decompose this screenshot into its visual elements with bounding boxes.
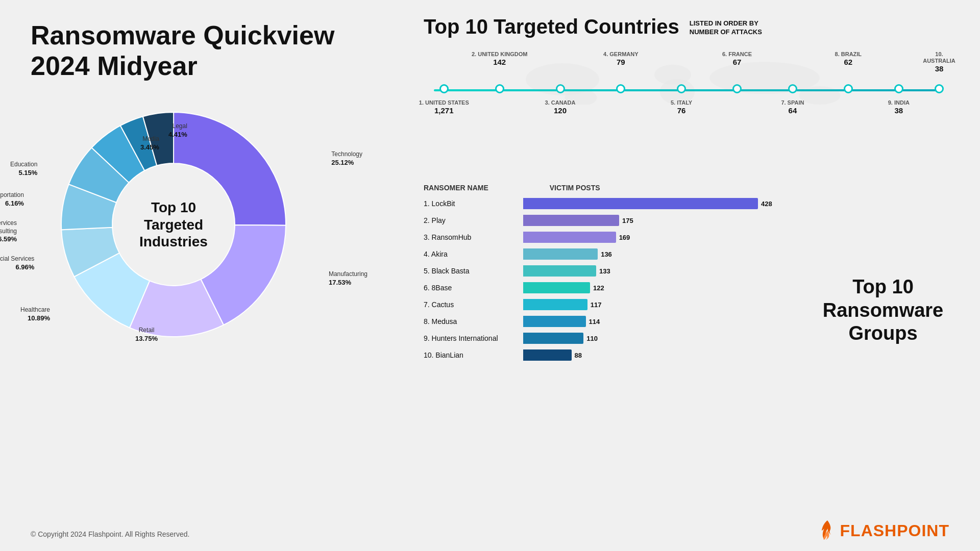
bar-track: 133 bbox=[523, 265, 758, 277]
bar-track: 114 bbox=[523, 316, 758, 327]
industry-label: Retail13.75% bbox=[135, 327, 158, 343]
bar-row: 8. Medusa114 bbox=[424, 315, 781, 328]
bar-row: 5. Black Basta133 bbox=[424, 264, 781, 278]
industry-label: Education5.15% bbox=[10, 161, 37, 177]
footer-copyright: © Copyright 2024 Flashpoint. All Rights … bbox=[31, 530, 189, 538]
bar-name: 4. Akira bbox=[424, 250, 523, 258]
industry-label: Media3.45% bbox=[140, 135, 159, 152]
bar-value: 114 bbox=[589, 318, 600, 325]
bar-fill bbox=[523, 316, 586, 327]
bar-track: 175 bbox=[523, 215, 758, 226]
industry-label: Technology25.12% bbox=[331, 151, 362, 167]
bar-track: 169 bbox=[523, 232, 758, 243]
bar-name: 10. BianLian bbox=[424, 351, 523, 359]
bar-row: 1. LockBit428 bbox=[424, 197, 781, 210]
countries-subtitle: LISTED IN ORDER BYNUMBER OF ATTACKS bbox=[690, 19, 762, 37]
donut-chart: Top 10TargetedIndustries Technology25.12… bbox=[51, 102, 296, 347]
bar-track: 117 bbox=[523, 299, 758, 310]
bar-value: 136 bbox=[601, 251, 612, 258]
bar-value: 117 bbox=[591, 301, 602, 309]
bar-row: 3. RansomHub169 bbox=[424, 231, 781, 244]
bar-value: 169 bbox=[619, 234, 630, 241]
bar-name: 1. LockBit bbox=[424, 199, 523, 208]
bar-fill bbox=[523, 299, 587, 310]
bar-value: 122 bbox=[593, 284, 604, 292]
col-header-name: RANSOMER NAME bbox=[424, 184, 488, 192]
bar-track: 428 bbox=[523, 198, 758, 209]
bar-name: 2. Play bbox=[424, 216, 523, 224]
industry-label: Manufacturing17.53% bbox=[329, 270, 368, 287]
bar-track: 110 bbox=[523, 333, 758, 344]
bar-section: RANSOMER NAME VICTIM POSTS 1. LockBit428… bbox=[424, 184, 781, 365]
bar-fill bbox=[523, 282, 590, 293]
countries-header: Top 10 Targeted Countries LISTED IN ORDE… bbox=[424, 15, 949, 38]
donut-section: Top 10TargetedIndustries Technology25.12… bbox=[15, 102, 332, 347]
main-title: Ransomware Quickview 2024 Midyear bbox=[31, 20, 334, 82]
bar-name: 3. RansomHub bbox=[424, 233, 523, 241]
industry-label: Financial Services6.96% bbox=[0, 255, 34, 271]
svg-point-4 bbox=[709, 62, 820, 94]
bar-track: 136 bbox=[523, 248, 758, 260]
industry-label: Healthcare10.89% bbox=[20, 306, 50, 322]
bar-rows: 1. LockBit4282. Play1753. RansomHub1694.… bbox=[424, 197, 781, 362]
col-header-posts: VICTIM POSTS bbox=[550, 184, 600, 192]
donut-center-text: Top 10TargetedIndustries bbox=[133, 199, 214, 251]
countries-section: Top 10 Targeted Countries LISTED IN ORDE… bbox=[424, 15, 949, 130]
industry-label: Legal4.41% bbox=[168, 122, 187, 139]
svg-point-5 bbox=[799, 86, 841, 105]
bar-row: 4. Akira136 bbox=[424, 247, 781, 261]
svg-point-3 bbox=[660, 79, 695, 105]
industry-label: Transportation6.16% bbox=[0, 191, 24, 208]
industry-label: Business Services& Consulting6.59% bbox=[0, 219, 17, 244]
bar-row: 9. Hunters International110 bbox=[424, 332, 781, 345]
bar-value: 428 bbox=[761, 200, 772, 208]
bar-value: 175 bbox=[622, 217, 633, 224]
bar-fill bbox=[523, 215, 619, 226]
flame-icon bbox=[820, 520, 835, 541]
bar-chart-header: RANSOMER NAME VICTIM POSTS bbox=[424, 184, 781, 192]
bar-fill bbox=[523, 349, 572, 361]
bar-fill bbox=[523, 265, 596, 277]
bar-value: 110 bbox=[586, 335, 598, 342]
bar-track: 88 bbox=[523, 349, 758, 361]
bar-name: 5. Black Basta bbox=[424, 267, 523, 275]
bar-fill bbox=[523, 333, 583, 344]
bar-fill bbox=[523, 198, 758, 209]
bar-name: 7. Cactus bbox=[424, 300, 523, 309]
countries-title: Top 10 Targeted Countries bbox=[424, 15, 679, 38]
bar-row: 2. Play175 bbox=[424, 214, 781, 227]
bar-row: 6. 8Base122 bbox=[424, 281, 781, 294]
ransomware-groups-title: Top 10RansomwareGroups bbox=[817, 276, 949, 345]
bar-name: 8. Medusa bbox=[424, 317, 523, 325]
bar-name: 9. Hunters International bbox=[424, 334, 523, 342]
bar-row: 7. Cactus117 bbox=[424, 298, 781, 311]
bar-value: 133 bbox=[599, 267, 610, 275]
bar-row: 10. BianLian88 bbox=[424, 348, 781, 362]
bar-track: 122 bbox=[523, 282, 758, 293]
world-map bbox=[424, 59, 949, 105]
bar-name: 6. 8Base bbox=[424, 284, 523, 292]
bar-fill bbox=[523, 232, 616, 243]
bar-fill bbox=[523, 248, 598, 260]
flashpoint-logo: FLASHPOINT bbox=[820, 520, 949, 541]
bar-value: 88 bbox=[575, 352, 582, 359]
flashpoint-brand-text: FLASHPOINT bbox=[840, 521, 949, 540]
title-section: Ransomware Quickview 2024 Midyear bbox=[31, 20, 334, 82]
